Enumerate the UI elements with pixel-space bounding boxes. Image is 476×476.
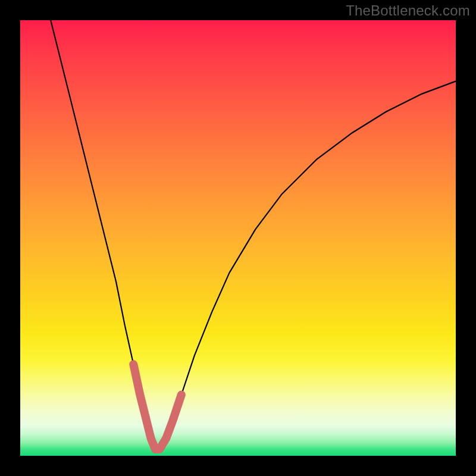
trough-highlight bbox=[133, 364, 181, 449]
curve-layer bbox=[20, 20, 456, 456]
chart-frame: TheBottleneck.com bbox=[0, 0, 476, 476]
plot-area bbox=[20, 20, 456, 456]
bottleneck-curve bbox=[51, 20, 456, 449]
watermark-text: TheBottleneck.com bbox=[346, 2, 470, 19]
